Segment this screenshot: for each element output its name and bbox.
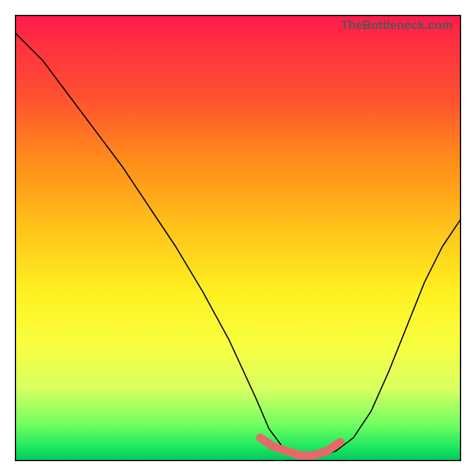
chart-background-gradient bbox=[16, 16, 460, 460]
chart-frame: TheBottleneck.com bbox=[15, 15, 461, 461]
watermark-text: TheBottleneck.com bbox=[341, 18, 453, 32]
